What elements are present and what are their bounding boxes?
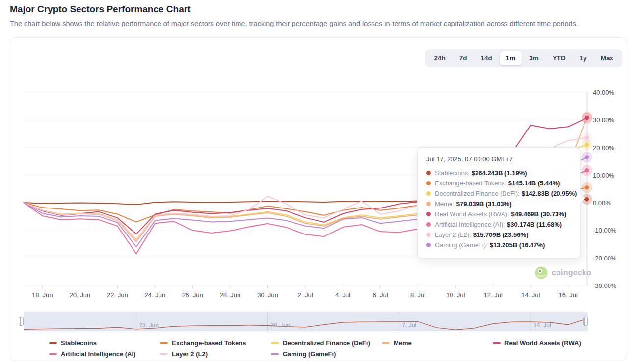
legend-item-exchange-based-tokens[interactable]: Exchange-based Tokens <box>160 339 271 347</box>
endpoint-dot-layer-2-l2 <box>585 135 589 139</box>
tooltip-series-label: Meme <box>435 200 452 208</box>
navigator-label: 23. Jun <box>139 322 159 329</box>
legend-item-layer-2-l2[interactable]: Layer 2 (L2) <box>160 350 271 358</box>
legend-marker-exchange-based-tokens <box>160 342 168 344</box>
chart-legend: StablecoinsExchange-based TokensDecentra… <box>49 339 609 358</box>
legend-label: Gaming (GameFi) <box>283 350 336 358</box>
tooltip-series-label: Artificial Intelligence (AI) <box>435 221 503 228</box>
endpoint-dot-real-world-assets-rwa <box>585 116 589 120</box>
tooltip-series-value: $264.243B (1.19%) <box>472 169 527 177</box>
x-axis-label: 20. Jun <box>63 291 97 299</box>
tooltip-row: Layer 2 (L2):$15.709B (23.56%) <box>426 231 571 238</box>
legend-label: Decentralized Finance (DeFi) <box>283 339 370 347</box>
tooltip-series-label: Layer 2 (L2) <box>435 231 469 238</box>
legend-item-gaming-gamefi[interactable]: Gaming (GameFi) <box>271 350 382 358</box>
navigator-label: 14. Jul <box>533 322 551 329</box>
x-axis-label: 16. Jul <box>551 291 585 299</box>
tooltip-series-label: Exchange-based Tokens <box>435 180 504 187</box>
y-axis-label: 0.00% <box>593 199 627 207</box>
x-axis-label: 4. Jul <box>326 291 360 299</box>
legend-label: Meme <box>394 339 412 347</box>
tooltip-series-dot <box>426 202 431 206</box>
y-axis-label: 20.00% <box>593 144 627 151</box>
tooltip-row: Gaming (GameFi):$13.205B (16.47%) <box>426 241 571 249</box>
endpoint-dot-artificial-intelligence-ai <box>585 168 589 172</box>
tooltip-series-dot <box>426 243 431 247</box>
endpoint-dot-stablecoins <box>585 197 589 201</box>
tooltip-row: Artificial Intelligence (AI):$30.174B (1… <box>426 221 571 228</box>
y-axis-label: -20.00% <box>593 254 627 261</box>
y-axis-label: 30.00% <box>593 116 627 124</box>
tooltip-series-label: Decentralized Finance (DeFi) <box>435 190 518 197</box>
x-axis-label: 24. Jun <box>138 291 172 299</box>
legend-marker-stablecoins <box>49 342 57 344</box>
x-axis-label: 18. Jun <box>25 291 59 299</box>
chart-tooltip: Jul 17, 2025, 07:00:00 GMT+7 Stablecoins… <box>417 147 581 259</box>
x-axis-label: 14. Jul <box>513 291 548 299</box>
coingecko-gecko-icon <box>535 266 548 279</box>
legend-marker-gaming-gamefi <box>271 353 279 355</box>
tooltip-series-label: Gaming (GameFi) <box>435 241 486 249</box>
tooltip-row: Exchange-based Tokens:$145.14B (5.44%) <box>426 180 571 187</box>
x-axis-label: 28. Jun <box>213 291 247 299</box>
legend-item-decentralized-finance-defi[interactable]: Decentralized Finance (DeFi) <box>271 339 382 347</box>
navigator-label: 7. Jul <box>402 322 416 329</box>
legend-label: Real World Assets (RWA) <box>504 339 581 347</box>
y-axis-label: -30.00% <box>593 282 627 289</box>
tooltip-series-dot <box>426 171 431 175</box>
tooltip-series-value: $13.205B (16.47%) <box>490 241 545 249</box>
tooltip-row: Meme:$79.039B (31.03%) <box>426 200 571 208</box>
legend-item-stablecoins[interactable]: Stablecoins <box>49 339 160 347</box>
tooltip-series-value: $142.83B (20.95%) <box>522 190 577 197</box>
tooltip-series-value: $30.174B (11.68%) <box>507 221 562 228</box>
legend-marker-layer-2-l2 <box>160 353 168 355</box>
x-axis-label: 8. Jul <box>401 291 435 299</box>
legend-marker-real-world-assets-rwa <box>493 342 501 344</box>
endpoint-dot-decentralized-finance-defi <box>585 143 589 147</box>
watermark-text: coingecko <box>552 268 591 277</box>
endpoint-dot-gaming-gamefi <box>585 155 589 159</box>
legend-item-meme[interactable]: Meme <box>382 339 493 347</box>
y-axis-label: 10.00% <box>593 171 627 179</box>
tooltip-series-value: $15.709B (23.56%) <box>473 231 529 238</box>
x-axis-label: 2. Jul <box>288 291 322 299</box>
tooltip-row: Decentralized Finance (DeFi):$142.83B (2… <box>426 190 571 197</box>
legend-marker-decentralized-finance-defi <box>271 342 279 344</box>
legend-item-real-world-assets-rwa[interactable]: Real World Assets (RWA) <box>493 339 609 347</box>
legend-marker-meme <box>382 342 390 344</box>
legend-label: Exchange-based Tokens <box>172 339 246 347</box>
legend-label: Artificial Intelligence (AI) <box>61 350 135 358</box>
tooltip-series-dot <box>426 181 431 185</box>
tooltip-row: Real World Assets (RWA):$49.469B (30.73%… <box>426 210 571 218</box>
legend-marker-artificial-intelligence-ai <box>49 353 57 355</box>
navigator[interactable] <box>24 312 588 332</box>
legend-label: Layer 2 (L2) <box>172 350 208 358</box>
crypto-sectors-page: Major Crypto Sectors Performance Chart T… <box>0 0 637 364</box>
y-axis-label: -10.00% <box>593 227 627 234</box>
tooltip-series-label: Real World Assets (RWA) <box>435 210 507 218</box>
x-axis-label: 10. Jul <box>438 291 473 299</box>
x-axis-label: 26. Jun <box>175 291 210 299</box>
tooltip-series-dot <box>426 212 431 216</box>
legend-label: Stablecoins <box>61 339 97 347</box>
x-axis-label: 22. Jun <box>100 291 134 299</box>
legend-item-artificial-intelligence-ai[interactable]: Artificial Intelligence (AI) <box>49 350 160 358</box>
x-axis-label: 6. Jul <box>363 291 398 299</box>
tooltip-series-value: $145.14B (5.44%) <box>508 180 560 187</box>
navigator-left-handle[interactable] <box>19 317 24 326</box>
tooltip-series-dot <box>426 222 431 227</box>
tooltip-series-label: Stablecoins <box>435 169 468 177</box>
navigator-label: 30. Jun <box>270 322 290 329</box>
tooltip-series-dot <box>426 191 431 196</box>
tooltip-row: Stablecoins:$264.243B (1.19%) <box>426 169 571 177</box>
tooltip-title: Jul 17, 2025, 07:00:00 GMT+7 <box>426 156 571 163</box>
tooltip-series-value: $49.469B (30.73%) <box>511 210 566 218</box>
coingecko-watermark: coingecko <box>535 266 591 279</box>
x-axis-label: 12. Jul <box>476 291 510 299</box>
navigator-right-handle[interactable] <box>583 317 588 326</box>
tooltip-series-dot <box>426 233 431 237</box>
endpoint-dot-exchange-based-tokens <box>585 185 589 189</box>
tooltip-series-value: $79.039B (31.03%) <box>456 200 512 208</box>
x-axis-label: 30. Jun <box>250 291 285 299</box>
y-axis-label: 40.00% <box>593 89 627 96</box>
